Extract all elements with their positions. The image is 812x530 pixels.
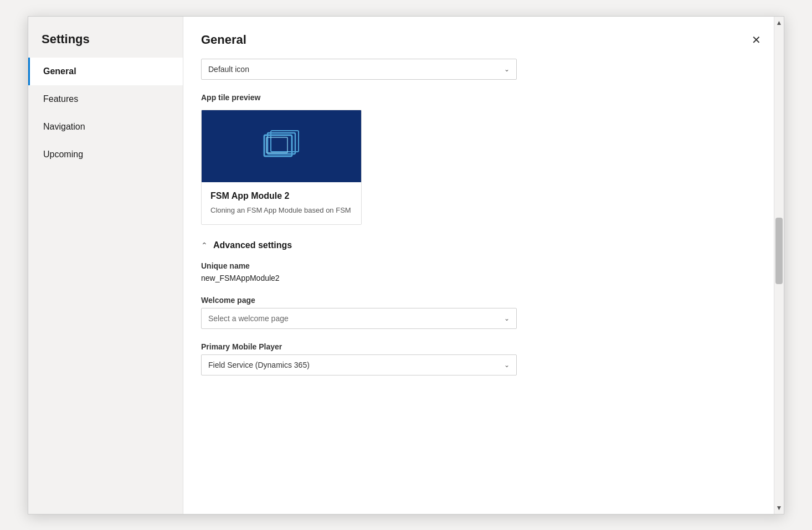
scroll-up-button[interactable]: ▲	[774, 18, 784, 28]
welcome-page-dropdown[interactable]: Select a welcome page ⌄	[201, 308, 517, 329]
icon-dropdown-value: Default icon	[208, 65, 249, 74]
close-button[interactable]: ✕	[746, 30, 766, 50]
unique-name-group: Unique name new_FSMAppModule2	[201, 261, 766, 282]
app-tile-description: Cloning an FSM App Module based on FSM	[210, 205, 352, 215]
primary-mobile-chevron-icon: ⌄	[504, 361, 510, 369]
welcome-page-group: Welcome page Select a welcome page ⌄	[201, 296, 766, 329]
main-title: General	[201, 33, 246, 47]
sidebar-title: Settings	[28, 17, 183, 58]
welcome-page-placeholder: Select a welcome page	[208, 314, 289, 323]
app-tile-module-icon	[262, 130, 301, 163]
welcome-page-chevron-icon: ⌄	[504, 315, 510, 322]
primary-mobile-group: Primary Mobile Player Field Service (Dyn…	[201, 342, 766, 375]
app-tile-preview-label: App tile preview	[201, 93, 766, 102]
unique-name-label: Unique name	[201, 261, 766, 270]
sidebar-item-upcoming[interactable]: Upcoming	[28, 141, 183, 168]
app-tile: FSM App Module 2 Cloning an FSM App Modu…	[201, 110, 362, 225]
advanced-settings-title: Advanced settings	[213, 240, 292, 250]
main-body: Default icon ⌄ App tile preview	[183, 54, 784, 514]
icon-dropdown[interactable]: Default icon ⌄	[201, 59, 517, 80]
svg-rect-3	[266, 137, 287, 153]
app-tile-name: FSM App Module 2	[210, 191, 352, 201]
advanced-settings-toggle[interactable]: ⌃ Advanced settings	[201, 240, 766, 250]
app-tile-header	[202, 110, 361, 182]
scrollbar-thumb[interactable]	[775, 218, 783, 284]
app-tile-body: FSM App Module 2 Cloning an FSM App Modu…	[202, 182, 361, 224]
main-content: General ✕ Default icon ⌄ App tile previe…	[183, 17, 784, 514]
sidebar-item-general[interactable]: General	[28, 58, 183, 85]
svg-rect-2	[271, 131, 299, 152]
scroll-down-button[interactable]: ▼	[774, 503, 784, 513]
primary-mobile-value: Field Service (Dynamics 365)	[208, 361, 310, 369]
unique-name-value: new_FSMAppModule2	[201, 274, 766, 282]
welcome-page-label: Welcome page	[201, 296, 766, 305]
primary-mobile-dropdown[interactable]: Field Service (Dynamics 365) ⌄	[201, 354, 517, 375]
main-header: General ✕	[183, 17, 784, 54]
icon-dropdown-group: Default icon ⌄	[201, 59, 766, 80]
primary-mobile-label: Primary Mobile Player	[201, 342, 766, 351]
sidebar: Settings General Features Navigation Upc…	[28, 17, 183, 514]
sidebar-item-navigation[interactable]: Navigation	[28, 113, 183, 141]
icon-dropdown-chevron-icon: ⌄	[504, 65, 510, 73]
sidebar-nav: General Features Navigation Upcoming	[28, 58, 183, 168]
scrollbar-track	[774, 29, 784, 502]
sidebar-item-features[interactable]: Features	[28, 85, 183, 113]
advanced-settings-chevron-icon: ⌃	[201, 241, 208, 250]
scrollbar: ▲ ▼	[774, 17, 784, 514]
settings-modal: Settings General Features Navigation Upc…	[28, 16, 784, 514]
